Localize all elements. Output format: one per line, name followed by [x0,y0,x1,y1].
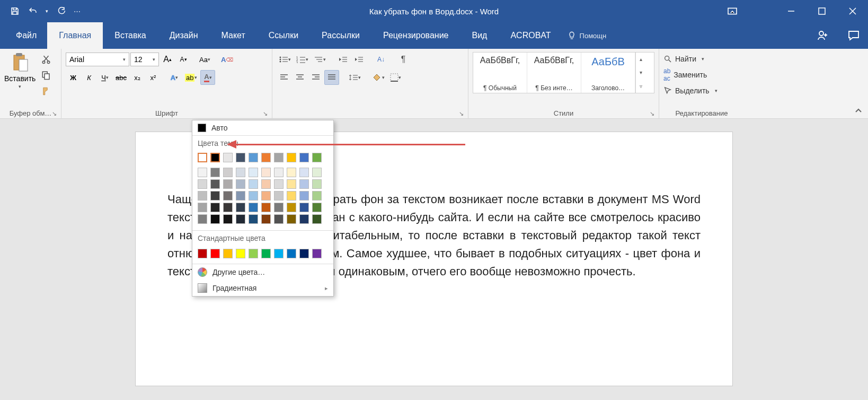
color-swatch[interactable] [299,203,309,212]
color-swatch[interactable] [287,179,296,189]
color-swatch[interactable] [249,153,258,162]
borders-button[interactable]: ▾ [388,70,403,85]
color-swatch[interactable] [299,179,309,189]
color-swatch[interactable] [198,214,207,224]
color-swatch[interactable] [249,214,258,224]
color-swatch[interactable] [274,168,284,177]
tab-layout[interactable]: Макет [210,22,257,49]
undo-button[interactable] [28,6,38,16]
color-swatch[interactable] [274,153,284,162]
tab-view[interactable]: Вид [460,22,499,49]
clear-formatting-button[interactable]: A⌫ [219,52,235,67]
color-swatch[interactable] [236,179,245,189]
color-swatch[interactable] [236,203,245,212]
color-swatch[interactable] [312,153,322,162]
undo-dropdown[interactable]: ▾ [46,8,48,14]
tab-acrobat[interactable]: ACROBAT [499,22,562,49]
superscript-button[interactable]: x² [146,70,161,85]
color-swatch[interactable] [261,249,271,258]
increase-indent-button[interactable] [351,52,366,67]
subscript-button[interactable]: x₂ [130,70,145,85]
strikethrough-button[interactable]: abc [113,70,129,85]
color-swatch[interactable] [299,214,309,224]
color-swatch[interactable] [223,179,233,189]
tab-mailings[interactable]: Рассылки [310,22,371,49]
color-swatch[interactable] [249,191,258,201]
tab-insert[interactable]: Вставка [103,22,157,49]
color-swatch[interactable] [261,191,271,201]
select-button[interactable]: Выделить▾ [663,84,740,98]
color-swatch[interactable] [299,249,309,258]
color-swatch[interactable] [223,203,233,212]
align-right-button[interactable] [308,70,323,85]
redo-button[interactable] [56,6,66,16]
underline-button[interactable]: Ч ▾ [98,70,112,85]
color-swatch[interactable] [236,153,245,162]
minimize-button[interactable] [776,0,807,22]
color-swatch[interactable] [198,168,207,177]
color-swatch[interactable] [210,249,220,258]
color-swatch[interactable] [198,249,207,258]
color-swatch[interactable] [249,179,258,189]
collapse-ribbon-button[interactable] [854,107,863,115]
color-swatch[interactable] [274,214,284,224]
color-swatch[interactable] [236,191,245,201]
align-left-button[interactable] [277,70,291,85]
color-swatch[interactable] [236,249,245,258]
color-swatch[interactable] [287,191,296,201]
change-case-button[interactable]: Aa ▾ [197,52,212,67]
color-swatch[interactable] [198,179,207,189]
paste-button[interactable]: Вставить ▾ [4,52,36,99]
color-swatch[interactable] [312,191,322,201]
color-swatch[interactable] [274,191,284,201]
format-painter-button[interactable] [39,84,54,99]
copy-button[interactable] [39,68,54,83]
close-button[interactable] [837,0,868,22]
tab-review[interactable]: Рецензирование [371,22,460,49]
color-swatch[interactable] [210,191,220,201]
gallery-down[interactable]: ▾ [636,66,646,79]
color-swatch[interactable] [249,203,258,212]
color-swatch[interactable] [312,168,322,177]
font-color-button[interactable]: A ▾ [200,70,215,85]
replace-button[interactable]: abac Заменить [663,68,740,82]
tab-design[interactable]: Дизайн [158,22,210,49]
comments-button[interactable] [846,28,862,44]
style-heading1[interactable]: АаБбВ Заголово… [581,53,635,93]
color-swatch[interactable] [249,168,258,177]
color-swatch[interactable] [261,214,271,224]
color-swatch[interactable] [299,153,309,162]
color-swatch[interactable] [261,168,271,177]
color-swatch[interactable] [210,203,220,212]
color-swatch[interactable] [249,249,258,258]
color-swatch[interactable] [299,168,309,177]
cut-button[interactable] [39,52,54,67]
color-swatch[interactable] [223,168,233,177]
align-center-button[interactable] [293,70,307,85]
maximize-button[interactable] [807,0,837,22]
decrease-indent-button[interactable] [335,52,350,67]
tab-home[interactable]: Главная [47,22,103,49]
font-size-combo[interactable]: 12▾ [130,53,159,66]
color-swatch[interactable] [261,203,271,212]
color-swatch[interactable] [210,153,220,162]
numbering-button[interactable]: 123 ▾ [294,52,311,67]
color-swatch[interactable] [223,153,233,162]
color-swatch[interactable] [287,214,296,224]
share-button[interactable] [815,28,831,44]
more-colors[interactable]: Другие цвета… [192,264,333,280]
gradient-fill[interactable]: Градиентная ▸ [192,280,333,296]
color-swatch[interactable] [210,168,220,177]
highlight-button[interactable]: ab ▾ [183,70,199,85]
color-swatch[interactable] [236,168,245,177]
color-swatch[interactable] [210,214,220,224]
color-swatch[interactable] [223,191,233,201]
color-swatch[interactable] [198,191,207,201]
clipboard-launcher[interactable]: ↘ [52,110,57,117]
color-swatch[interactable] [236,214,245,224]
line-spacing-button[interactable]: ▾ [347,70,363,85]
tab-references[interactable]: Ссылки [257,22,310,49]
style-normal[interactable]: АаБбВвГг, ¶ Обычный [473,53,527,93]
tell-me-search[interactable]: Помощн [567,31,607,40]
gallery-more[interactable]: ▿ [636,80,646,93]
